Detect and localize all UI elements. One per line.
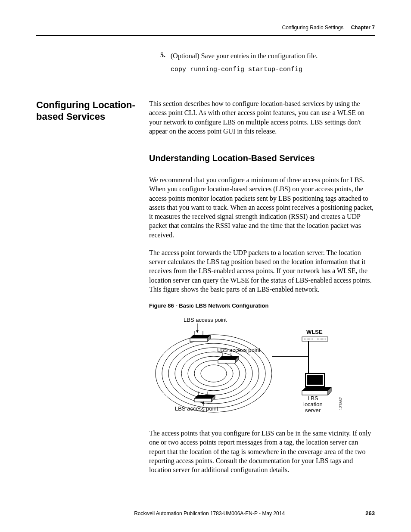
fig-label-server-1: LBS xyxy=(308,395,318,401)
svg-point-0 xyxy=(156,335,272,412)
figure-diagram: LBS access point LBS access point LBS ac… xyxy=(149,313,375,417)
step-text: (Optional) Save your entries in the conf… xyxy=(171,51,318,61)
svg-rect-29 xyxy=(307,375,323,385)
fig-label-ap-top: LBS access point xyxy=(184,317,227,323)
svg-rect-19 xyxy=(194,398,212,402)
footer-page-number: 263 xyxy=(365,510,375,516)
section-row: Configuring Location-based Services This… xyxy=(36,99,375,136)
footer-publication: Rockwell Automation Publication 1783-UM0… xyxy=(53,510,365,516)
svg-marker-30 xyxy=(302,387,331,391)
svg-rect-14 xyxy=(218,360,235,363)
svg-point-3 xyxy=(175,348,252,399)
header-section-title: Configuring Radio Settings xyxy=(282,25,344,31)
fig-label-wlse: WLSE xyxy=(306,329,323,335)
svg-point-6 xyxy=(194,361,233,386)
step-item: 5. (Optional) Save your entries in the c… xyxy=(160,51,375,61)
body-para: The access points that you configure for… xyxy=(149,429,375,474)
body-para: The access point forwards the UDP packet… xyxy=(149,248,375,294)
code-line: copy running-config startup-config xyxy=(171,66,375,73)
body-para: We recommend that you configure a minimu… xyxy=(149,175,375,240)
svg-point-7 xyxy=(201,365,227,382)
svg-rect-9 xyxy=(190,338,207,342)
fig-id-label: 127867 xyxy=(339,397,343,410)
lbs-network-diagram-icon: LBS access point LBS access point LBS ac… xyxy=(149,313,352,417)
subsection-heading: Understanding Location-Based Services xyxy=(149,153,375,163)
fig-label-server-3: server xyxy=(305,407,321,414)
fig-label-server-2: location xyxy=(303,401,323,408)
section-heading: Configuring Location-based Services xyxy=(36,99,149,136)
running-header: Configuring Radio Settings Chapter 7 xyxy=(36,25,375,36)
header-chapter-label: Chapter 7 xyxy=(351,25,375,31)
section-intro: This section describes how to configure … xyxy=(149,99,375,136)
svg-marker-34 xyxy=(196,330,199,333)
fig-label-ap-bot: LBS access point xyxy=(175,405,218,412)
page-footer: Rockwell Automation Publication 1783-UM0… xyxy=(36,510,375,516)
fig-label-ap-mid: LBS access point xyxy=(217,347,261,353)
step-number: 5. xyxy=(160,51,171,61)
figure-caption: Figure 86 - Basic LBS Network Configurat… xyxy=(149,302,375,309)
svg-rect-31 xyxy=(302,391,328,395)
